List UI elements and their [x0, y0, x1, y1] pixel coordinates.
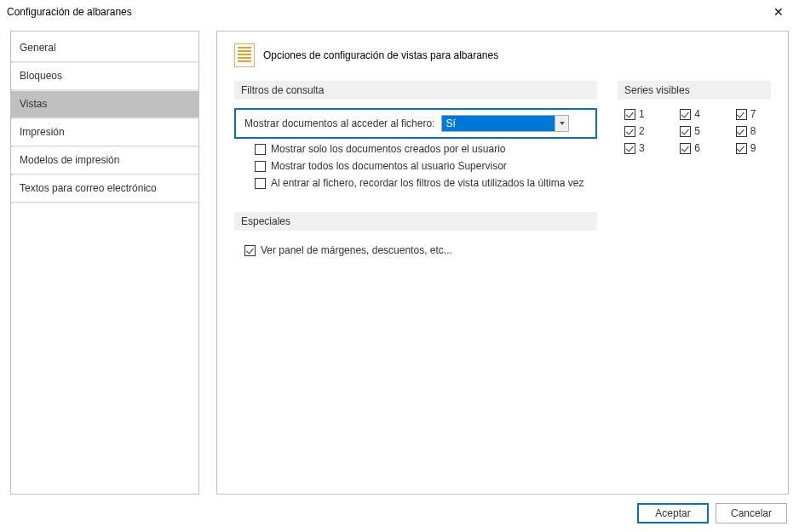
- accept-button[interactable]: Aceptar: [637, 503, 709, 523]
- sidebar-item-modelos[interactable]: Modelos de impresión: [11, 147, 198, 174]
- series-check-5[interactable]: 5: [680, 125, 715, 137]
- check-ver-panel-margenes[interactable]: Ver panel de márgenes, descuentos, etc..…: [234, 239, 597, 259]
- series-label: 9: [750, 142, 756, 154]
- sidebar-item-label: Vistas: [20, 98, 47, 110]
- button-label: Aceptar: [655, 507, 690, 519]
- series-grid: 1 4 7 2 5 8 3 6 9: [618, 108, 771, 154]
- sidebar-item-impresion[interactable]: Impresión: [11, 119, 198, 146]
- dropdown-row: Mostrar documentos al acceder al fichero…: [234, 108, 597, 139]
- panel-title: Opciones de configuración de vistas para…: [263, 49, 498, 61]
- series-label: 5: [694, 125, 700, 137]
- series-label: 7: [750, 108, 756, 120]
- checkbox-icon[interactable]: [624, 143, 635, 154]
- columns: Filtros de consulta Mostrar documentos a…: [234, 81, 771, 259]
- series-label: 6: [694, 142, 700, 154]
- check-remember-filters[interactable]: Al entrar al fichero, recordar los filtr…: [234, 174, 597, 192]
- cancel-button[interactable]: Cancelar: [716, 503, 787, 523]
- sidebar-item-label: Impresión: [20, 126, 65, 138]
- window-title: Configuración de albaranes: [7, 6, 132, 18]
- footer: Aceptar Cancelar: [637, 503, 787, 523]
- series-label: 4: [694, 108, 700, 120]
- close-icon[interactable]: ✕: [765, 3, 792, 20]
- show-documents-dropdown[interactable]: Sí: [441, 115, 569, 132]
- checkbox-icon[interactable]: [624, 126, 635, 137]
- series-label: 2: [639, 125, 645, 137]
- filters-heading: Filtros de consulta: [234, 81, 597, 100]
- sidebar-item-vistas[interactable]: Vistas: [11, 91, 198, 117]
- divider: [11, 202, 198, 203]
- checkbox-label: Mostrar todos los documentos al usuario …: [271, 160, 507, 172]
- checkbox-icon[interactable]: [680, 109, 691, 120]
- series-check-6[interactable]: 6: [680, 142, 715, 154]
- dropdown-label: Mostrar documentos al acceder al fichero…: [244, 117, 434, 129]
- checkbox-label: Al entrar al fichero, recordar los filtr…: [271, 177, 583, 189]
- sidebar-item-bloqueos[interactable]: Bloqueos: [11, 63, 198, 89]
- sidebar-item-textos-correo[interactable]: Textos para correo electrónico: [11, 175, 198, 202]
- series-check-3[interactable]: 3: [624, 142, 659, 154]
- checkbox-icon[interactable]: [736, 126, 747, 137]
- document-icon: [234, 43, 255, 67]
- main-panel: Opciones de configuración de vistas para…: [216, 31, 789, 495]
- series-label: 1: [639, 108, 645, 120]
- series-check-8[interactable]: 8: [736, 125, 771, 137]
- dropdown-value: Sí: [442, 116, 555, 131]
- check-only-user-docs[interactable]: Mostrar solo los documentos creados por …: [234, 140, 597, 157]
- sidebar-item-label: Modelos de impresión: [20, 154, 119, 166]
- chevron-down-icon[interactable]: [555, 116, 568, 131]
- sidebar-item-general[interactable]: General: [11, 35, 198, 61]
- series-column: Series visibles 1 4 7 2 5 8 3 6 9: [618, 81, 771, 259]
- content: General Bloqueos Vistas Impresión Modelo…: [10, 31, 789, 495]
- check-supervisor-all[interactable]: Mostrar todos los documentos al usuario …: [234, 157, 597, 174]
- checkbox-icon[interactable]: [255, 144, 266, 155]
- checkbox-icon[interactable]: [624, 109, 635, 120]
- button-label: Cancelar: [731, 507, 772, 519]
- series-check-1[interactable]: 1: [624, 108, 659, 120]
- series-check-7[interactable]: 7: [736, 108, 771, 120]
- series-label: 3: [639, 142, 645, 154]
- series-check-9[interactable]: 9: [736, 142, 771, 154]
- filters-column: Filtros de consulta Mostrar documentos a…: [234, 81, 597, 259]
- checkbox-icon[interactable]: [255, 178, 266, 189]
- sidebar-item-label: Bloqueos: [20, 70, 62, 82]
- sidebar-item-label: Textos para correo electrónico: [20, 182, 157, 194]
- checkbox-icon[interactable]: [680, 126, 691, 137]
- checkbox-icon[interactable]: [244, 245, 256, 256]
- checkbox-icon[interactable]: [255, 161, 266, 172]
- series-check-2[interactable]: 2: [624, 125, 659, 137]
- checkbox-icon[interactable]: [736, 143, 747, 154]
- sidebar-item-label: General: [20, 42, 56, 54]
- checkbox-label: Ver panel de márgenes, descuentos, etc..…: [261, 244, 452, 256]
- checkbox-label: Mostrar solo los documentos creados por …: [271, 143, 505, 155]
- sidebar: General Bloqueos Vistas Impresión Modelo…: [10, 31, 199, 495]
- checkbox-icon[interactable]: [680, 143, 691, 154]
- panel-header: Opciones de configuración de vistas para…: [234, 43, 771, 67]
- specials-section: Especiales Ver panel de márgenes, descue…: [234, 212, 597, 259]
- series-check-4[interactable]: 4: [680, 108, 715, 120]
- specials-heading: Especiales: [234, 212, 597, 231]
- checkbox-icon[interactable]: [736, 109, 747, 120]
- series-heading: Series visibles: [618, 81, 771, 100]
- titlebar: Configuración de albaranes ✕: [0, 0, 799, 24]
- series-label: 8: [750, 125, 756, 137]
